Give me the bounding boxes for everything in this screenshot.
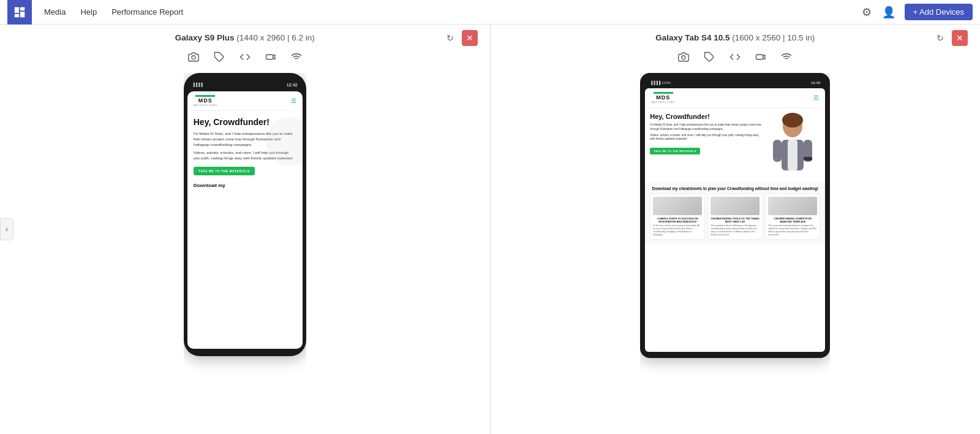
hamburger-icon: ☰ — [291, 97, 296, 104]
phone-status-bar: ▐▐▐▐ 12:42 — [187, 80, 303, 89]
resource-card-2: CROWDFUNDING COMPETITOR ANALYSIS TEMPLAT… — [765, 194, 820, 240]
device-panel-phone: Galaxy S9 Plus (1440 x 2960 | 6.2 in) ↻ … — [0, 25, 491, 434]
devices-container: Galaxy S9 Plus (1440 x 2960 | 6.2 in) ↻ … — [0, 25, 980, 434]
hero-p2-phone: Videos, articles, e-books, and more. I w… — [194, 150, 296, 161]
camera-icon-tablet[interactable] — [675, 48, 692, 66]
device-title-phone: Galaxy S9 Plus (1440 x 2960 | 6.2 in) — [175, 33, 315, 42]
device-header-phone: Galaxy S9 Plus (1440 x 2960 | 6.2 in) ↻ … — [6, 33, 484, 42]
tablet-download-section: Download my cheatsheets to plan your Cro… — [645, 183, 825, 243]
tablet-hero-left: Hey, Crowdfunder! I'm Mattia Di Stasi, a… — [650, 113, 761, 180]
svg-point-9 — [782, 113, 803, 128]
phone-signal: ▐▐▐▐ — [192, 83, 203, 86]
svg-rect-2 — [266, 55, 273, 59]
svg-point-4 — [682, 56, 685, 59]
main-content: ‹ Galaxy S9 Plus (1440 x 2960 | 6.2 in) … — [0, 25, 980, 434]
tablet-time: 12:42 — [811, 81, 820, 85]
code-icon-tablet[interactable] — [726, 48, 744, 66]
device-toolbar-phone — [185, 48, 305, 66]
hamburger-icon-tablet: ☰ — [813, 94, 819, 101]
tablet-hero-right — [765, 113, 820, 180]
phone-frame-wrapper: ▐▐▐▐ 12:42 MDS MATTIA DI STASI ☰ — [184, 73, 306, 434]
device-title-tablet: Galaxy Tab S4 10.5 (1600 x 2560 | 10.5 i… — [655, 33, 815, 42]
svg-point-0 — [192, 56, 195, 59]
cta-button-tablet[interactable]: TAKE ME TO THE MATERIALS — [650, 148, 700, 154]
logo-bar — [195, 95, 215, 97]
tablet-signal: ▐▐▐▐ 100% — [650, 81, 671, 85]
svg-rect-11 — [773, 140, 782, 162]
device-header-actions-tablet: ↻ ✕ — [932, 30, 968, 46]
logo-text: MDS — [198, 97, 213, 104]
resource-card-title-2: CROWDFUNDING COMPETITOR ANALYSIS TEMPLAT… — [768, 217, 817, 223]
tablet-frame-wrapper: ▐▐▐▐ 100% 12:42 MDS MATTIA DI STASI ☰ — [640, 73, 830, 434]
device-header-tablet: Galaxy Tab S4 10.5 (1600 x 2560 | 10.5 i… — [497, 33, 974, 42]
person-illustration — [768, 113, 817, 180]
logo-bar-tablet — [654, 92, 673, 94]
tag-icon-phone[interactable] — [211, 48, 228, 66]
phone-mockup: ▐▐▐▐ 12:42 MDS MATTIA DI STASI ☰ — [184, 73, 306, 356]
resource-card-desc-0: In this free e-book, you're going to lea… — [653, 224, 702, 237]
nav-performance-report[interactable]: Performance Report — [104, 7, 190, 17]
add-devices-button[interactable]: + Add Devices — [905, 4, 973, 20]
resource-card-1: CROWDFUNDING TOOLS OF THE TRADE MUST HAV… — [707, 194, 763, 240]
tablet-hero: Hey, Crowdfunder! I'm Mattia Di Stasi, a… — [645, 108, 825, 183]
hero-heading-phone: Hey, Crowdfunder! — [194, 117, 296, 128]
cta-button-phone[interactable]: TAKE ME TO THE MATERIALS — [194, 167, 255, 175]
hero-p2-tablet: Videos, articles, e-books, and more. I w… — [650, 134, 761, 142]
svg-rect-14 — [804, 157, 812, 161]
download-section-phone: Download my — [187, 179, 303, 193]
logo-sub-tablet: MATTIA DI STASI — [651, 101, 675, 104]
site-logo-phone: MDS MATTIA DI STASI — [194, 95, 217, 107]
nav-media[interactable]: Media — [37, 7, 73, 17]
video-icon-tablet[interactable] — [752, 48, 769, 66]
nav-help[interactable]: Help — [73, 7, 104, 17]
logo-sub: MATTIA DI STASI — [194, 104, 217, 107]
hero-p1-phone: I'm Mattia Di Stasi, and I help entrepre… — [194, 131, 296, 148]
settings-icon[interactable]: ⚙ — [857, 2, 876, 22]
hero-heading-tablet: Hey, Crowdfunder! — [650, 113, 761, 121]
wifi-icon-tablet[interactable] — [778, 48, 795, 66]
video-icon-phone[interactable] — [262, 48, 279, 66]
resource-card-img-1 — [710, 197, 760, 215]
code-icon-phone[interactable] — [236, 48, 254, 66]
camera-icon-phone[interactable] — [185, 48, 202, 66]
refresh-icon-tablet[interactable]: ↻ — [932, 30, 948, 46]
hero-p1-tablet: I'm Mattia Di Stasi, and I help entrepre… — [650, 123, 761, 132]
resource-card-desc-1: This amazing tools list will help you th… — [710, 224, 760, 237]
resource-card-0: 3 SIMPLE STEPS TO SUCCESS ON KICKSTARTER… — [650, 194, 705, 240]
close-device-phone[interactable]: ✕ — [462, 30, 478, 46]
download-heading-phone: Download my — [194, 183, 296, 188]
refresh-icon-phone[interactable]: ↻ — [442, 30, 458, 46]
svg-rect-13 — [788, 140, 797, 170]
resource-cards: 3 SIMPLE STEPS TO SUCCESS ON KICKSTARTER… — [650, 194, 820, 240]
site-hero-phone: Hey, Crowdfunder! I'm Mattia Di Stasi, a… — [187, 111, 303, 179]
navbar: Media Help Performance Report ⚙ 👤 + Add … — [0, 0, 980, 25]
close-device-tablet[interactable]: ✕ — [952, 30, 968, 46]
resource-card-title-0: 3 SIMPLE STEPS TO SUCCESS ON KICKSTARTER… — [653, 217, 702, 223]
account-icon[interactable]: 👤 — [879, 2, 899, 22]
tablet-mockup: ▐▐▐▐ 100% 12:42 MDS MATTIA DI STASI ☰ — [640, 73, 830, 358]
tablet-status-bar: ▐▐▐▐ 100% 12:42 — [645, 79, 825, 86]
device-panel-tablet: Galaxy Tab S4 10.5 (1600 x 2560 | 10.5 i… — [491, 25, 981, 434]
resource-card-img-2 — [768, 197, 817, 215]
site-nav-tablet: MDS MATTIA DI STASI ☰ — [645, 88, 825, 108]
phone-time: 12:42 — [287, 83, 298, 87]
site-nav-phone: MDS MATTIA DI STASI ☰ — [187, 91, 303, 111]
tag-icon-tablet[interactable] — [701, 48, 718, 66]
resource-card-title-1: CROWDFUNDING TOOLS OF THE TRADE MUST HAV… — [710, 217, 760, 223]
phone-screen: MDS MATTIA DI STASI ☰ Hey, Crowdfunder! … — [187, 91, 303, 349]
wifi-icon-phone[interactable] — [288, 48, 305, 66]
logo-text-tablet: MDS — [656, 94, 670, 101]
app-logo[interactable] — [7, 0, 32, 25]
svg-rect-6 — [756, 55, 763, 59]
resource-card-desc-2: This is my personal spreadsheet to analy… — [768, 224, 817, 237]
resource-card-img-0 — [653, 197, 702, 215]
device-toolbar-tablet — [675, 48, 795, 66]
download-heading-tablet: Download my cheatsheets to plan your Cro… — [650, 186, 820, 191]
device-header-actions-phone: ↻ ✕ — [442, 30, 478, 46]
site-logo-tablet: MDS MATTIA DI STASI — [651, 92, 675, 104]
tablet-screen: MDS MATTIA DI STASI ☰ Hey, Crowdfunder! … — [645, 88, 825, 352]
collapse-sidebar-button[interactable]: ‹ — [0, 218, 13, 240]
